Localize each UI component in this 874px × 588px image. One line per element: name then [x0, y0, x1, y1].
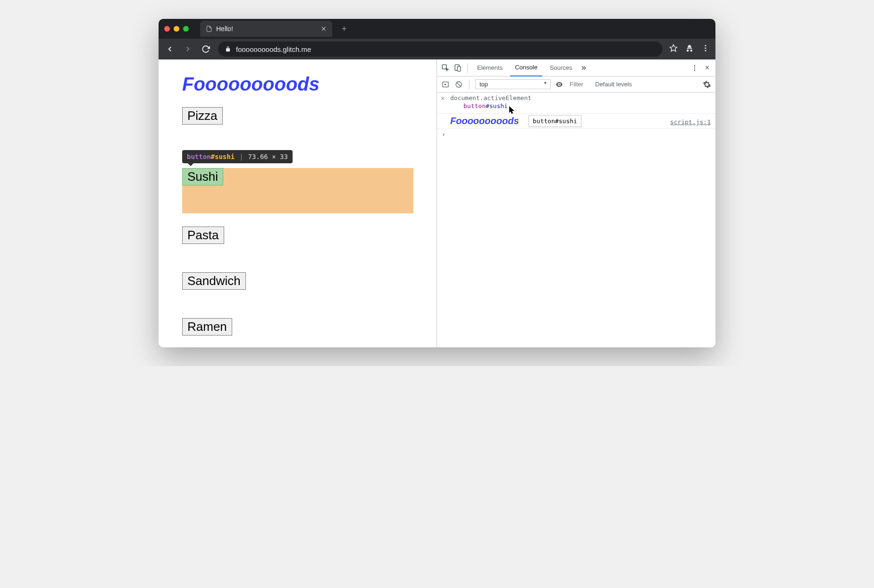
food-list: Pizza Pasta Sandwich Ramen	[182, 107, 413, 347]
maximize-window-button[interactable]	[183, 26, 189, 32]
console-input-row: document.activeElement button#sushi	[437, 92, 715, 114]
devtools-close-icon[interactable]: ✕	[702, 63, 712, 73]
browser-tab[interactable]: Hello! ✕	[200, 21, 332, 37]
devtools-tabs: Elements Console Sources ✕	[437, 59, 715, 76]
lock-icon	[225, 46, 231, 52]
minimize-window-button[interactable]	[174, 26, 179, 32]
svg-point-2	[705, 48, 706, 49]
filter-input[interactable]	[568, 80, 591, 89]
live-expression-icon[interactable]	[555, 80, 564, 89]
svg-point-3	[705, 50, 706, 51]
address-bar: fooooooooods.glitch.me	[159, 39, 715, 59]
svg-point-13	[559, 84, 560, 85]
tab-console[interactable]: Console	[510, 59, 542, 76]
devtools-menu-icon[interactable]	[690, 63, 699, 73]
file-icon	[206, 25, 212, 32]
console-log-source[interactable]: script.js:1	[670, 118, 711, 126]
close-window-button[interactable]	[164, 26, 170, 32]
console-toolbar: top Default levels	[437, 76, 715, 92]
svg-line-12	[457, 83, 461, 86]
svg-marker-0	[670, 45, 677, 51]
content-area: Fooooooooods button#sushi | 73.66 × 33 S…	[159, 59, 715, 347]
context-select[interactable]: top	[475, 79, 551, 89]
log-levels[interactable]: Default levels	[595, 81, 632, 88]
device-toggle-icon[interactable]	[453, 63, 462, 73]
inspect-element-icon[interactable]	[441, 63, 450, 73]
console-input-text: document.activeElement	[450, 94, 531, 101]
tooltip-id: #sushi	[211, 153, 235, 160]
result-id: #sushi	[486, 102, 508, 109]
forward-button[interactable]	[182, 43, 193, 55]
console-result[interactable]: button#sushi	[450, 101, 711, 111]
console-sidebar-toggle-icon[interactable]	[441, 80, 450, 89]
tab-title: Hello!	[216, 25, 233, 33]
tooltip-dimensions: 73.66 × 33	[248, 153, 288, 160]
svg-rect-6	[457, 67, 461, 71]
tab-bar: Hello! ✕ +	[159, 19, 715, 39]
web-page: Fooooooooods button#sushi | 73.66 × 33 S…	[159, 59, 437, 347]
food-button-ramen[interactable]: Ramen	[182, 318, 232, 336]
svg-point-9	[694, 69, 696, 71]
food-button-sushi[interactable]: Sushi	[182, 168, 223, 185]
reload-button[interactable]	[200, 43, 211, 55]
console-log-text: Fooooooooods	[450, 116, 519, 126]
tooltip-tag: button	[187, 153, 211, 160]
page-heading: Fooooooooods	[182, 74, 413, 95]
back-button[interactable]	[164, 43, 176, 55]
svg-point-7	[694, 65, 696, 67]
devtools-panel: Elements Console Sources ✕	[437, 59, 715, 347]
incognito-icon[interactable]	[685, 44, 694, 54]
close-tab-icon[interactable]: ✕	[321, 25, 327, 33]
star-icon[interactable]	[669, 44, 678, 54]
cursor-icon	[509, 106, 515, 116]
clear-console-icon[interactable]	[454, 80, 463, 89]
url-text: fooooooooods.glitch.me	[236, 45, 311, 53]
window-controls	[164, 26, 189, 32]
menu-icon[interactable]	[701, 44, 710, 54]
food-button-sandwich[interactable]: Sandwich	[182, 272, 246, 290]
new-tab-button[interactable]: +	[339, 24, 350, 34]
hover-tooltip: button#sushi	[529, 115, 581, 127]
inspect-tooltip: button#sushi | 73.66 × 33	[182, 150, 293, 163]
result-tag: button	[463, 102, 486, 109]
tab-elements[interactable]: Elements	[472, 59, 507, 76]
console-prompt[interactable]	[437, 129, 715, 140]
svg-point-8	[694, 67, 696, 68]
tab-sources[interactable]: Sources	[545, 59, 577, 76]
food-button-pizza[interactable]: Pizza	[182, 107, 223, 125]
url-box[interactable]: fooooooooods.glitch.me	[218, 42, 663, 57]
svg-point-1	[705, 45, 706, 46]
console-output: document.activeElement button#sushi Fooo…	[437, 92, 715, 347]
browser-window: Hello! ✕ + fooooooooods.glitch.me	[159, 19, 715, 347]
console-settings-icon[interactable]	[702, 80, 712, 89]
more-tabs-icon[interactable]	[580, 63, 589, 73]
food-button-pasta[interactable]: Pasta	[182, 227, 224, 244]
context-value: top	[479, 81, 488, 88]
